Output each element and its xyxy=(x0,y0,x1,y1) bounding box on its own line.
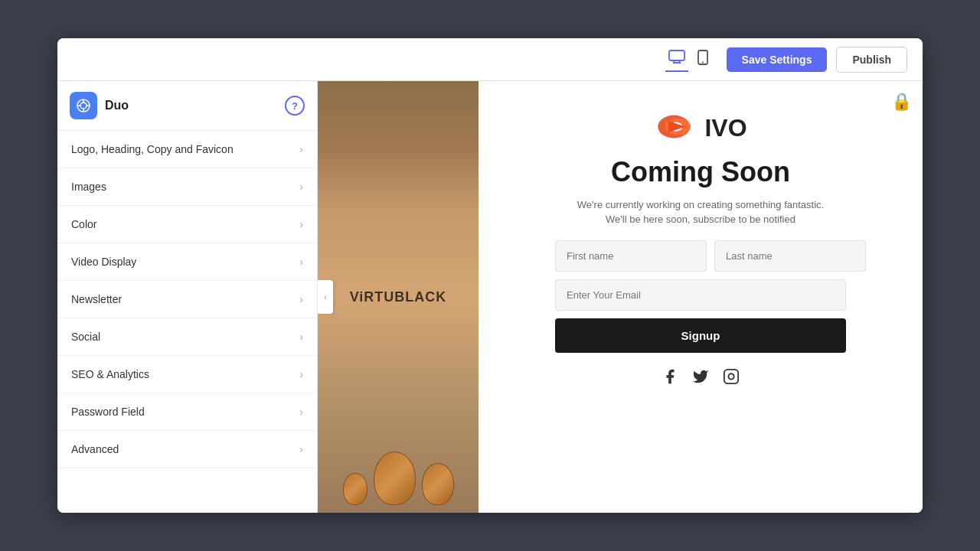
sidebar-item-seo-analytics[interactable]: SEO & Analytics › xyxy=(57,356,317,393)
pot-large xyxy=(374,452,416,505)
sidebar-header: Duo ? xyxy=(57,81,317,131)
pot-medium xyxy=(422,463,454,505)
sidebar-item-label-images: Images xyxy=(71,181,106,193)
preview-image-panel: ViRTUBLACK ‹ xyxy=(318,81,479,513)
save-settings-button[interactable]: Save Settings xyxy=(727,47,828,72)
facebook-icon[interactable] xyxy=(662,368,678,390)
subtitle-text-1: We're currently working on creating some… xyxy=(577,199,824,210)
sidebar-item-advanced[interactable]: Advanced › xyxy=(57,431,317,468)
publish-button[interactable]: Publish xyxy=(836,47,907,73)
svg-point-7 xyxy=(80,103,87,109)
chevron-icon-color: › xyxy=(299,218,303,230)
sidebar-item-images[interactable]: Images › xyxy=(57,168,317,206)
chevron-icon-advanced: › xyxy=(299,443,303,455)
sidebar-item-social[interactable]: Social › xyxy=(57,318,317,356)
help-icon[interactable]: ? xyxy=(285,96,305,116)
last-name-input[interactable] xyxy=(714,240,866,272)
svg-point-5 xyxy=(702,62,704,64)
sidebar-item-label-color: Color xyxy=(71,218,96,230)
name-fields-row xyxy=(555,240,846,272)
instagram-icon[interactable] xyxy=(723,368,740,390)
brand-name: IVO xyxy=(704,114,746,142)
top-bar: Save Settings Publish xyxy=(57,38,923,81)
first-name-input[interactable] xyxy=(555,240,707,272)
sidebar-logo: Duo xyxy=(70,92,129,119)
chevron-icon-social: › xyxy=(299,331,303,343)
logo-icon xyxy=(70,92,97,119)
device-icons xyxy=(665,47,711,72)
sidebar-item-label-newsletter: Newsletter xyxy=(71,293,122,305)
chevron-icon-newsletter: › xyxy=(299,293,303,305)
sidebar-item-label-logo-heading: Logo, Heading, Copy and Favicon xyxy=(71,143,234,155)
brand-logo-svg xyxy=(654,109,700,147)
preview-right: 🔒 IVO Coming Soon We're currently workin… xyxy=(479,81,923,513)
desktop-icon[interactable] xyxy=(665,47,688,72)
signup-button[interactable]: Signup xyxy=(555,318,846,353)
preview-image-bg: ViRTUBLACK xyxy=(318,81,479,513)
sidebar-title: Duo xyxy=(105,99,129,112)
preview-area: ViRTUBLACK ‹ 🔒 xyxy=(318,81,923,513)
coming-soon-title: Coming Soon xyxy=(611,156,790,188)
brand-logo: IVO xyxy=(654,109,746,147)
chevron-icon-video-display: › xyxy=(299,256,303,268)
sidebar-item-color[interactable]: Color › xyxy=(57,206,317,243)
sidebar-item-label-seo-analytics: SEO & Analytics xyxy=(71,368,149,380)
email-input[interactable] xyxy=(555,279,846,311)
mobile-icon[interactable] xyxy=(694,47,711,72)
sidebar-item-newsletter[interactable]: Newsletter › xyxy=(57,281,317,318)
social-icons xyxy=(662,368,740,390)
svg-rect-16 xyxy=(724,370,738,383)
chevron-icon-images: › xyxy=(299,181,303,193)
subtitle-text-2: We'll be here soon, subscribe to be noti… xyxy=(606,214,795,225)
sidebar: Duo ? Logo, Heading, Copy and Favicon › … xyxy=(57,81,318,513)
sidebar-item-label-advanced: Advanced xyxy=(71,443,119,455)
main-window: Save Settings Publish xyxy=(57,38,923,513)
lock-icon: 🔒 xyxy=(891,92,912,112)
pot-small xyxy=(343,473,368,505)
chevron-icon-seo-analytics: › xyxy=(299,368,303,380)
chevron-icon-password-field: › xyxy=(299,406,303,418)
collapse-handle[interactable]: ‹ xyxy=(318,280,333,314)
sidebar-item-video-display[interactable]: Video Display › xyxy=(57,243,317,281)
content-area: Duo ? Logo, Heading, Copy and Favicon › … xyxy=(57,81,923,513)
copper-pots xyxy=(318,254,479,513)
chevron-icon-logo-heading: › xyxy=(299,143,303,155)
sidebar-item-label-video-display: Video Display xyxy=(71,256,136,268)
sidebar-item-label-social: Social xyxy=(71,331,100,343)
sidebar-item-logo-heading[interactable]: Logo, Heading, Copy and Favicon › xyxy=(57,131,317,168)
sidebar-item-password-field[interactable]: Password Field › xyxy=(57,393,317,431)
sidebar-item-label-password-field: Password Field xyxy=(71,406,145,418)
svg-rect-0 xyxy=(669,51,684,60)
sidebar-menu: Logo, Heading, Copy and Favicon › Images… xyxy=(57,131,317,513)
twitter-icon[interactable] xyxy=(692,368,709,390)
